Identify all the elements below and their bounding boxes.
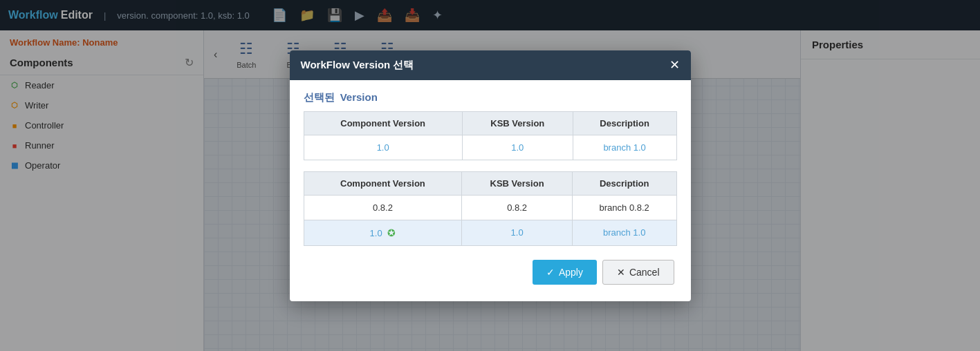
version-10-component: 1.0 ✪ (304, 220, 462, 245)
apply-label: Apply (559, 267, 583, 278)
apply-button[interactable]: ✓ Apply (533, 260, 597, 285)
selected-col-ksb: KSB Version (462, 111, 573, 135)
version-10-desc: branch 1.0 (572, 220, 676, 245)
selected-description: branch 1.0 (573, 135, 676, 160)
selected-component-version: 1.0 (304, 135, 462, 160)
modal-body: 선택된 Version Component Version KSB Versio… (290, 80, 691, 301)
modal-dialog: WorkFlow Version 선택 ✕ 선택된 Version Compon… (290, 50, 691, 301)
version-082-ksb: 0.8.2 (462, 195, 573, 220)
apply-check-icon: ✓ (546, 267, 555, 278)
modal-overlay: WorkFlow Version 선택 ✕ 선택된 Version Compon… (0, 0, 980, 351)
all-versions-table: Component Version KSB Version Descriptio… (304, 171, 677, 246)
version-082-component: 0.8.2 (304, 195, 462, 220)
version-row-10[interactable]: 1.0 ✪ 1.0 branch 1.0 (304, 220, 676, 245)
selected-ksb-version: 1.0 (462, 135, 573, 160)
version-star-icon: ✪ (387, 227, 396, 238)
version-082-desc: branch 0.8.2 (572, 195, 676, 220)
selected-col-component: Component Version (304, 111, 462, 135)
selected-version-row[interactable]: 1.0 1.0 branch 1.0 (304, 135, 676, 160)
cancel-button[interactable]: ✕ Cancel (602, 260, 674, 285)
selected-version-title: 선택된 Version (304, 91, 677, 104)
version-row-082[interactable]: 0.8.2 0.8.2 branch 0.8.2 (304, 195, 676, 220)
cancel-x-icon: ✕ (617, 267, 625, 278)
version-10-ksb: 1.0 (462, 220, 573, 245)
all-col-desc: Description (572, 171, 676, 195)
section-label-highlight: Version (340, 91, 378, 103)
modal-footer: ✓ Apply ✕ Cancel (304, 257, 677, 287)
all-col-ksb: KSB Version (462, 171, 573, 195)
modal-title: WorkFlow Version 선택 (301, 59, 414, 72)
all-col-component: Component Version (304, 171, 462, 195)
cancel-label: Cancel (629, 267, 660, 278)
selected-col-desc: Description (573, 111, 676, 135)
section-label: 선택된 (304, 91, 335, 103)
selected-version-table: Component Version KSB Version Descriptio… (304, 111, 677, 160)
modal-header: WorkFlow Version 선택 ✕ (290, 50, 691, 80)
modal-close-button[interactable]: ✕ (669, 59, 680, 71)
